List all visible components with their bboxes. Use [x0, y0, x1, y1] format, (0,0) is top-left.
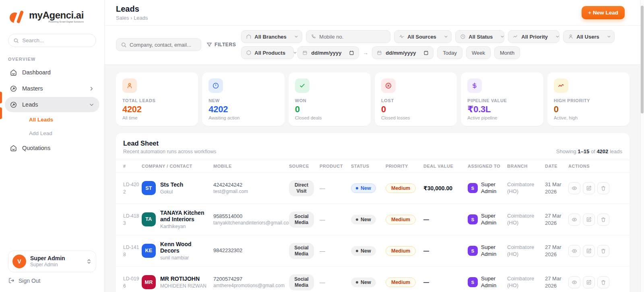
calendar-icon — [302, 50, 308, 56]
contact-name: Gokul — [160, 189, 183, 195]
user-menu[interactable]: V Super Admin Super Admin — [8, 251, 96, 272]
quick-range-month-button[interactable]: Month — [494, 46, 520, 59]
status-icon — [460, 34, 466, 39]
user-role: Super Admin — [30, 262, 82, 267]
new-lead-button[interactable]: + New Lead — [582, 6, 625, 19]
edit-button[interactable] — [583, 182, 595, 194]
sidebar-item-dashboard[interactable]: Dashboard — [5, 65, 99, 80]
mobile-number: 9585514000 — [213, 213, 286, 219]
contact-name: sunil nambiar — [160, 255, 209, 261]
branch: Coimbatore (HO) — [507, 276, 545, 289]
delete-button[interactable] — [597, 245, 609, 257]
view-button[interactable] — [568, 182, 580, 194]
calendar-picker-icon[interactable] — [423, 50, 429, 56]
status-filter[interactable]: All Status — [455, 30, 504, 43]
edit-button[interactable] — [583, 245, 595, 257]
scrollbar-thumb[interactable] — [641, 6, 644, 113]
lead-id: LD-1418 — [123, 244, 139, 258]
table-row: LD-0196 MR MR ROTIJOHN MOHIDEEN RIZWAN 7… — [116, 267, 630, 292]
sidebar-search[interactable] — [8, 34, 96, 47]
trash-icon — [601, 185, 606, 191]
sidebar-item-quotations[interactable]: Quotations — [5, 140, 99, 156]
edit-icon — [586, 248, 592, 254]
filter-row-2: All Products dd/mm/yyyy — [241, 46, 615, 59]
view-button[interactable] — [568, 245, 580, 257]
breadcrumb-separator: › — [130, 15, 132, 21]
sign-out-button[interactable]: Sign Out — [8, 277, 96, 284]
stats-row: TOTAL LEADS 4202 All time NEW 4202 Await… — [116, 72, 630, 126]
delete-button[interactable] — [597, 214, 609, 226]
edit-icon — [586, 280, 592, 285]
source-badge: Social Media — [289, 274, 314, 290]
source-icon — [399, 34, 405, 39]
quick-range-today-button[interactable]: Today — [437, 46, 462, 59]
calendar-icon — [377, 50, 382, 56]
active-indicator-bar — [0, 92, 2, 103]
sidebar-item-leads[interactable]: Leads — [5, 97, 99, 112]
delete-button[interactable] — [597, 276, 609, 288]
lead-search-field[interactable] — [116, 38, 201, 51]
edit-button[interactable] — [583, 276, 595, 288]
dollar-icon — [467, 78, 482, 93]
delete-button[interactable] — [597, 182, 609, 194]
phone-icon — [311, 34, 316, 39]
lead-date: 31 Mar 2026 — [545, 181, 562, 195]
email: tanyakitchenandinteriors@gmail.com — [213, 220, 286, 226]
status-badge: New — [351, 246, 376, 256]
branch: Coimbatore (HO) — [507, 213, 545, 226]
sidebar-item-label: All Leads — [29, 117, 53, 123]
breadcrumb: Sales › Leads — [116, 15, 148, 21]
avatar: TA — [142, 212, 156, 226]
stat-card-lost: LOST 0 Closed losses — [375, 72, 457, 126]
app-window: myAgenci.ai Powering Smart Digital Solut… — [0, 0, 644, 292]
sidebar-search-input[interactable] — [22, 37, 91, 43]
source-badge: Social Media — [289, 212, 314, 228]
lead-sheet-card: Lead Sheet Recent automation runs across… — [116, 133, 630, 292]
sidebar-item-all-leads[interactable]: All Leads — [5, 113, 99, 126]
calendar-picker-icon[interactable] — [349, 50, 354, 56]
sign-out-label: Sign Out — [19, 278, 40, 284]
sources-filter[interactable]: All Sources — [394, 30, 452, 43]
brand-logo-icon — [9, 8, 26, 25]
sidebar: myAgenci.ai Powering Smart Digital Solut… — [0, 0, 105, 292]
branches-filter[interactable]: All Branches — [241, 30, 302, 43]
priority-badge: Medium — [386, 183, 416, 193]
user-icon — [122, 78, 137, 93]
mobile-filter-input[interactable] — [319, 34, 386, 40]
stat-card-high-priority: HIGH PRIORITY 0 Active, high — [547, 72, 630, 126]
results-count: Showing 1–15 of 4202 leads — [556, 148, 622, 154]
chevron-updown-icon — [86, 258, 92, 265]
sidebar-item-label: Leads — [22, 101, 38, 108]
sidebar-item-add-lead[interactable]: Add Lead — [5, 127, 99, 140]
avatar: MR — [142, 275, 156, 289]
users-filter[interactable]: All Users — [563, 30, 615, 43]
filters-label: FILTERS — [206, 42, 236, 47]
lead-id: LD-4202 — [123, 181, 139, 195]
date-from-field[interactable]: dd/mm/yyyy — [297, 46, 359, 59]
priority-filter[interactable]: All Priority — [508, 30, 559, 43]
deal-value: — — [423, 248, 468, 254]
view-button[interactable] — [568, 214, 580, 226]
stat-card-new: NEW 4202 Awaiting action — [202, 72, 284, 126]
edit-button[interactable] — [583, 214, 595, 226]
assignee-avatar: S — [468, 214, 478, 224]
date-to-field[interactable]: dd/mm/yyyy — [372, 46, 433, 59]
mobile-filter-field[interactable] — [306, 30, 390, 43]
lead-search-input[interactable] — [130, 42, 196, 48]
quotations-icon — [10, 144, 17, 152]
users-icon — [568, 34, 574, 39]
link-circle-icon — [10, 101, 17, 109]
sidebar-item-masters[interactable]: Masters — [5, 81, 99, 96]
priority-icon — [513, 34, 518, 39]
products-filter[interactable]: All Products — [241, 46, 294, 59]
deal-value: ₹30,000.00 — [423, 185, 468, 191]
email: test@gmail.com — [213, 189, 286, 194]
scrollbar-track[interactable] — [640, 0, 644, 292]
product-value: — — [320, 185, 351, 191]
lead-sheet-subtitle: Recent automation runs across workflows — [123, 149, 216, 154]
chevron-down-icon — [444, 34, 448, 39]
brand-tagline: Powering Smart Digital Solutions — [49, 21, 84, 23]
quick-range-week-button[interactable]: Week — [466, 46, 491, 59]
source-badge: Social Media — [289, 243, 314, 259]
view-button[interactable] — [568, 276, 580, 288]
